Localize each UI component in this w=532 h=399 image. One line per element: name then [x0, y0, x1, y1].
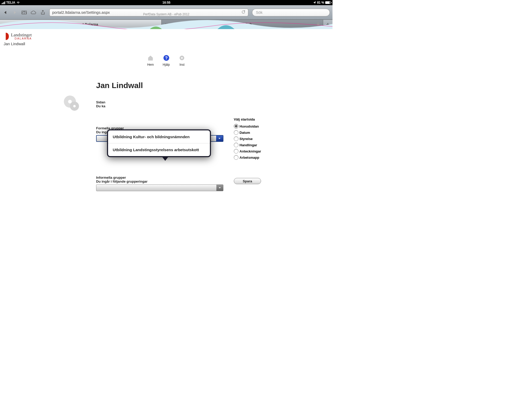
radio-label: Anteckningar: [240, 149, 261, 153]
popover-option-1[interactable]: Utbildning Kultur- och bildningsnämnden: [108, 130, 210, 143]
home-icon: [147, 55, 154, 61]
battery-percent: 81 %: [317, 1, 324, 4]
nav-help-label: Hjälp: [163, 63, 170, 66]
decorative-waves: [0, 14, 332, 29]
intro-line1: Sidan: [96, 100, 296, 104]
nav-settings-label: Inst: [179, 63, 184, 66]
svg-point-7: [73, 105, 76, 107]
ipad-status-bar: TELIA 16:55 81 %: [0, 0, 332, 5]
save-button[interactable]: Spara: [234, 178, 261, 184]
informella-heading: Informella grupper: [96, 176, 296, 179]
logo-block: Landstinget DALARNA Jan Lindwall: [4, 32, 32, 46]
radio-icon: [234, 124, 238, 129]
popover-option-2[interactable]: Utbildning Landstingsstyrelsens arbetsut…: [108, 143, 210, 156]
nav-home[interactable]: Hem: [147, 55, 154, 66]
radio-label: Datum: [240, 131, 250, 135]
radio-styrelse[interactable]: Styrelse: [234, 136, 261, 141]
logo-icon: [4, 32, 9, 41]
radio-label: Huvudsidan: [240, 124, 259, 128]
radio-icon: [234, 136, 238, 141]
dropdown-popover: Utbildning Kultur- och bildningsnämnden …: [107, 129, 211, 157]
logo-line1: Landstinget: [11, 33, 32, 37]
clock: 16:55: [162, 1, 170, 4]
radio-label: Arbetsmapp: [240, 156, 259, 159]
battery-icon: [325, 1, 331, 4]
radio-icon: [234, 143, 238, 147]
svg-point-6: [68, 100, 72, 103]
svg-text:?: ?: [165, 56, 168, 60]
logo-line2: DALARNA: [11, 37, 32, 40]
intro-line2: Du ka: [96, 104, 296, 108]
radio-label: Handlingar: [240, 143, 257, 147]
page-title: Jan Lindwall: [96, 81, 296, 90]
nav-icons: Hem ? Hjälp Inst: [147, 55, 185, 66]
chevron-down-icon: [216, 136, 223, 141]
help-icon: ?: [163, 55, 170, 61]
startsida-heading: Välj startsida: [234, 117, 261, 121]
informella-sub: Du ingår i följande grupperingar: [96, 179, 296, 183]
radio-handlingar[interactable]: Handlingar: [234, 143, 261, 147]
radio-huvudsidan[interactable]: Huvudsidan: [234, 124, 261, 129]
chevron-down-icon: [216, 185, 223, 191]
radio-anteckningar[interactable]: Anteckningar: [234, 149, 261, 154]
radio-label: Styrelse: [240, 137, 253, 141]
page-gear-icon: [62, 94, 81, 112]
save-label: Spara: [243, 179, 252, 183]
radio-icon: [234, 155, 238, 160]
nav-settings[interactable]: Inst: [179, 55, 185, 66]
signal-icon: [2, 1, 5, 4]
radio-arbetsmapp[interactable]: Arbetsmapp: [234, 155, 261, 160]
radio-datum[interactable]: Datum: [234, 130, 261, 135]
svg-point-3: [181, 57, 183, 59]
informella-dropdown[interactable]: [96, 184, 223, 191]
location-icon: [313, 1, 316, 4]
gear-icon: [179, 55, 185, 61]
logged-user: Jan Lindwall: [4, 42, 32, 46]
radio-icon: [234, 149, 238, 154]
carrier-label: TELIA: [6, 1, 15, 4]
radio-icon: [234, 130, 238, 135]
nav-home-label: Hem: [147, 63, 154, 66]
nav-help[interactable]: ? Hjälp: [163, 55, 170, 66]
wifi-icon: [16, 1, 20, 4]
